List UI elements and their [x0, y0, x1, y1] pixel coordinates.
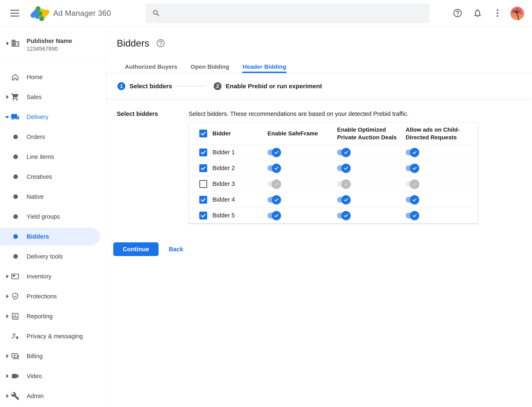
- header-cell: Enable Optimized Private Auction Deals: [337, 126, 405, 141]
- step-2-label: Enable Prebid or run experiment: [226, 83, 322, 90]
- search-bar: [145, 3, 429, 23]
- chevron-right-icon[interactable]: [6, 374, 9, 378]
- row-checkbox[interactable]: [199, 211, 207, 219]
- chevron-right-icon[interactable]: [6, 294, 9, 298]
- publisher-switcher[interactable]: Publisher Name 1234567890: [0, 27, 106, 59]
- sidebar-item-delivery[interactable]: Delivery: [0, 107, 106, 127]
- chevron-down-icon[interactable]: [5, 116, 9, 119]
- tab-header-bidding[interactable]: Header Bidding: [236, 61, 293, 73]
- chevron-right-icon[interactable]: [6, 314, 9, 318]
- sidebar-item-billing[interactable]: Billing: [0, 346, 106, 366]
- safeframe-toggle[interactable]: [267, 195, 281, 204]
- select-all-checkbox[interactable]: [199, 130, 207, 137]
- toggle-thumb: [410, 180, 419, 188]
- step-2[interactable]: 2 Enable Prebid or run experiment: [214, 82, 322, 90]
- payments-icon: [11, 352, 20, 360]
- toggle-thumb: [341, 195, 351, 204]
- sidebar-item-sales[interactable]: Sales: [0, 87, 106, 107]
- help-icon[interactable]: [452, 8, 463, 19]
- sidebar-item-delivery-tools[interactable]: Delivery tools: [0, 246, 106, 266]
- sidebar-item-admin[interactable]: Admin: [0, 386, 106, 406]
- chevron-right-icon[interactable]: [6, 394, 9, 398]
- table-description: Select bidders. These recommendations ar…: [189, 110, 532, 118]
- continue-button[interactable]: Continue: [113, 242, 159, 256]
- sidebar-item-orders[interactable]: Orders: [0, 127, 106, 147]
- toggle-thumb: [272, 164, 281, 173]
- notifications-icon[interactable]: [472, 8, 483, 19]
- toggle-cell: [337, 164, 405, 173]
- wrench-icon: [11, 392, 20, 400]
- more-vertical-icon[interactable]: [492, 8, 503, 19]
- building-icon: [11, 39, 20, 48]
- page-header: Bidders: [117, 38, 532, 49]
- sidebar-item-yield-groups[interactable]: Yield groups: [0, 207, 106, 227]
- step-connector: [175, 86, 205, 86]
- optimized-deals-toggle[interactable]: [337, 211, 351, 220]
- top-app-bar: Ad Manager 360: [0, 0, 532, 27]
- safeframe-toggle[interactable]: [267, 148, 281, 157]
- safeframe-toggle[interactable]: [267, 164, 281, 173]
- safeframe-toggle[interactable]: [267, 211, 281, 220]
- row-checkbox[interactable]: [199, 149, 207, 156]
- tab-open-bidding[interactable]: Open Bidding: [184, 61, 236, 73]
- cart-icon: [11, 93, 20, 101]
- toggle-cell: [405, 211, 478, 220]
- section-label: Select bidders: [117, 110, 189, 223]
- tab-authorized-buyers[interactable]: Authorized Buyers: [118, 61, 184, 73]
- sidebar-item-bidders[interactable]: Bidders: [0, 227, 106, 246]
- row-checkbox[interactable]: [199, 196, 207, 204]
- bidder-name: Bidder 4: [212, 196, 235, 203]
- sidebar-item-label: Bidders: [27, 227, 49, 246]
- header-cell: Allow ads on Child-Directed Requests: [405, 126, 478, 141]
- shield-check-icon: [11, 292, 20, 301]
- menu-icon[interactable]: [10, 9, 20, 17]
- child-directed-toggle[interactable]: [406, 211, 419, 220]
- back-button[interactable]: Back: [169, 246, 183, 253]
- chevron-right-icon[interactable]: [6, 95, 9, 99]
- toggle-cell: [405, 148, 478, 157]
- toggle-cell: [267, 211, 337, 220]
- toggle-cell: [337, 195, 405, 204]
- sidebar-item-creatives[interactable]: Creatives: [0, 167, 106, 187]
- search-input[interactable]: [161, 3, 429, 23]
- sidebar-item-line-items[interactable]: Line items: [0, 147, 106, 167]
- toggle-thumb: [272, 195, 281, 204]
- bidder-cell: Bidder 3: [189, 180, 267, 188]
- row-checkbox[interactable]: [199, 164, 207, 172]
- sidebar-item-label: Orders: [27, 127, 45, 147]
- form-actions: Continue Back: [113, 242, 532, 256]
- optimized-deals-toggle[interactable]: [337, 195, 351, 204]
- child-directed-toggle[interactable]: [406, 195, 419, 204]
- optimized-deals-toggle[interactable]: [337, 164, 351, 173]
- bullet-icon: [13, 234, 18, 239]
- sidebar-item-reporting[interactable]: Reporting: [0, 306, 106, 326]
- app-window: Ad Manager 360: [0, 0, 532, 407]
- child-directed-toggle[interactable]: [406, 164, 419, 173]
- toggle-thumb: [341, 148, 351, 157]
- sidebar-item-native[interactable]: Native: [0, 187, 106, 207]
- step-1-label: Select bidders: [129, 83, 172, 90]
- child-directed-toggle[interactable]: [406, 148, 419, 157]
- bullet-icon: [13, 134, 18, 139]
- page-help-icon[interactable]: [156, 39, 165, 48]
- step-1[interactable]: 1 Select bidders: [117, 82, 172, 90]
- tab-bar: Authorized BuyersOpen BiddingHeader Bidd…: [106, 61, 532, 73]
- sidebar-item-video[interactable]: Video: [0, 366, 106, 386]
- chevron-right-icon[interactable]: [6, 354, 9, 358]
- sidebar-item-label: Sales: [27, 87, 42, 107]
- sidebar-item-home[interactable]: Home: [0, 67, 106, 87]
- toggle-thumb: [341, 211, 351, 220]
- sidebar-item-inventory[interactable]: Inventory: [0, 266, 106, 286]
- toggle-thumb: [272, 180, 281, 188]
- bullet-icon: [13, 214, 18, 219]
- optimized-deals-toggle[interactable]: [337, 148, 351, 157]
- avatar[interactable]: [510, 7, 524, 20]
- sidebar-item-privacy-messaging[interactable]: Privacy & messaging: [0, 326, 106, 346]
- publisher-name: Publisher Name: [27, 37, 72, 45]
- sidebar-item-label: Delivery tools: [27, 246, 63, 266]
- chevron-right-icon[interactable]: [6, 274, 9, 278]
- row-checkbox[interactable]: [199, 180, 207, 188]
- ad-manager-logo: [30, 4, 49, 23]
- toggle-thumb: [272, 211, 281, 220]
- sidebar-item-protections[interactable]: Protections: [0, 286, 106, 306]
